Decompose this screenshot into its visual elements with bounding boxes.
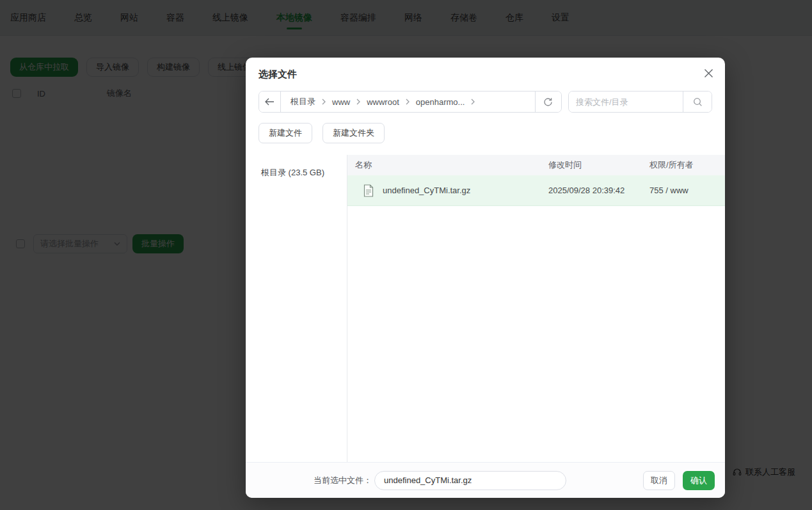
- dialog-header: 选择文件: [246, 58, 725, 84]
- search-icon[interactable]: [683, 92, 712, 112]
- column-header-permission-owner: 权限/所有者: [649, 159, 725, 171]
- breadcrumb-item-openharmo[interactable]: openharmo...: [413, 97, 468, 107]
- column-header-name: 名称: [347, 159, 548, 171]
- selected-file-input[interactable]: [374, 471, 566, 490]
- confirm-button[interactable]: 确认: [683, 471, 715, 490]
- search-input[interactable]: [569, 92, 683, 112]
- refresh-icon[interactable]: [535, 92, 561, 112]
- file-modified-time: 2025/09/28 20:39:42: [548, 186, 649, 195]
- dialog-footer: 当前选中文件： 取消 确认: [246, 462, 725, 498]
- chevron-right-icon: [322, 99, 326, 105]
- dialog-title: 选择文件: [259, 68, 297, 79]
- chevron-right-icon: [356, 99, 360, 105]
- sidebar-item-root-volume[interactable]: 根目录 (23.5 GB): [261, 167, 347, 179]
- file-permission-owner: 755 / www: [649, 186, 725, 195]
- file-browser: 根目录 (23.5 GB) 名称 修改时间 权限/所有者 undefined_C…: [246, 155, 725, 462]
- volume-sidebar: 根目录 (23.5 GB): [246, 155, 347, 462]
- breadcrumb-item-www[interactable]: www: [329, 97, 353, 107]
- column-header-modified: 修改时间: [548, 159, 649, 171]
- file-row-selected[interactable]: undefined_CyTMi.tar.gz 2025/09/28 20:39:…: [347, 175, 725, 206]
- search-bar: [568, 91, 712, 113]
- new-file-button[interactable]: 新建文件: [259, 123, 312, 143]
- file-name: undefined_CyTMi.tar.gz: [383, 186, 470, 195]
- breadcrumb-item-root[interactable]: 根目录: [287, 96, 319, 108]
- back-arrow-icon[interactable]: [259, 92, 281, 112]
- chevron-right-icon: [406, 99, 410, 105]
- chevron-right-icon: [471, 99, 475, 105]
- create-actions: 新建文件 新建文件夹: [246, 113, 725, 155]
- breadcrumb-item-wwwroot[interactable]: wwwroot: [363, 97, 402, 107]
- path-toolbar: 根目录 www wwwroot openharmo...: [246, 84, 725, 113]
- file-icon: [363, 184, 374, 197]
- close-icon[interactable]: [701, 65, 716, 81]
- cancel-button[interactable]: 取消: [643, 471, 675, 490]
- new-folder-button[interactable]: 新建文件夹: [322, 123, 385, 143]
- file-picker-dialog: 选择文件 根目录 www wwwroot openharmo...: [246, 58, 725, 498]
- breadcrumb[interactable]: 根目录 www wwwroot openharmo...: [281, 92, 535, 112]
- selected-file-label: 当前选中文件：: [314, 475, 372, 486]
- file-table: 名称 修改时间 权限/所有者 undefined_CyTMi.tar.gz 20…: [347, 155, 725, 462]
- file-table-header: 名称 修改时间 权限/所有者: [347, 155, 725, 175]
- breadcrumb-bar: 根目录 www wwwroot openharmo...: [259, 91, 562, 113]
